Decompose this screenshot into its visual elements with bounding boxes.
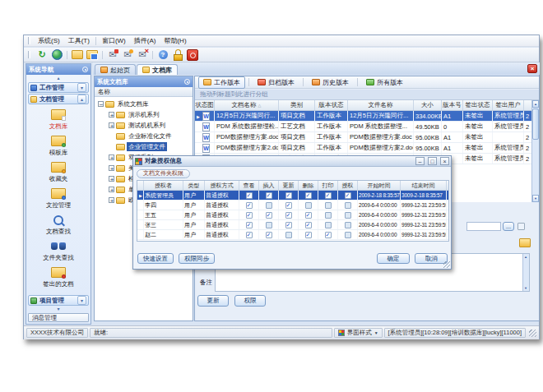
- insert-checkbox[interactable]: [266, 212, 272, 219]
- quick-set-button[interactable]: 快速设置: [137, 253, 174, 264]
- sidebar-item-folder-search[interactable]: 文件夹查找: [26, 239, 90, 262]
- update-checkbox[interactable]: [285, 232, 292, 238]
- menu-window[interactable]: 窗口(W): [98, 35, 130, 46]
- column-header-version-state[interactable]: 版本状态: [315, 100, 348, 110]
- tab-folder-permissions[interactable]: 文档文件夹权限: [137, 169, 190, 178]
- group-expand-button[interactable]: [77, 83, 86, 92]
- insert-checkbox[interactable]: [266, 192, 272, 199]
- permission-sync-button[interactable]: 权限同步: [179, 253, 215, 264]
- column-header-grant[interactable]: 授权: [338, 181, 358, 190]
- view-checkbox[interactable]: [246, 202, 253, 209]
- sidebar-group-doc[interactable]: 文档管理: [28, 94, 89, 104]
- table-row[interactable]: W 12月5日万兴隆同行... 项目文档 工作版本 12月5日万兴隆同行... …: [195, 111, 533, 122]
- view-checkbox[interactable]: [246, 222, 253, 228]
- column-header-print[interactable]: 打印: [318, 181, 338, 190]
- history-version-button[interactable]: 历史版本: [307, 76, 354, 89]
- sidebar-item-document-library[interactable]: 文档库: [26, 108, 90, 131]
- menu-plugins[interactable]: 插件(A): [130, 35, 160, 46]
- grant-checkbox[interactable]: [345, 232, 351, 238]
- sidebar-group-work[interactable]: 工作管理: [28, 82, 89, 93]
- tree-node[interactable]: 演示机系列: [95, 109, 193, 120]
- scroll-down-arrow[interactable]: [532, 195, 539, 202]
- resize-grip[interactable]: [529, 330, 536, 337]
- column-header-start-time[interactable]: 开始时间: [358, 181, 401, 190]
- column-header-status[interactable]: 状态图: [195, 100, 215, 110]
- insert-checkbox[interactable]: [266, 202, 272, 209]
- mail-delete-icon[interactable]: [136, 48, 149, 61]
- permission-button[interactable]: 权限: [234, 295, 266, 307]
- view-checkbox[interactable]: [246, 192, 253, 199]
- print-checkbox[interactable]: [325, 232, 332, 238]
- column-header-update[interactable]: 更新: [279, 181, 299, 190]
- globe-icon[interactable]: [50, 48, 63, 61]
- pin-icon[interactable]: [184, 79, 190, 85]
- tree-expander-icon[interactable]: [109, 187, 114, 192]
- group-collapse-button[interactable]: [77, 95, 86, 104]
- ui-style-panel[interactable]: 界面样式: [334, 328, 383, 338]
- sync-icon[interactable]: [35, 48, 49, 61]
- tree-expander-icon[interactable]: [109, 165, 114, 171]
- minimize-button[interactable]: [415, 157, 425, 165]
- column-header-end-time[interactable]: 结束时间: [401, 181, 447, 190]
- all-versions-button[interactable]: 所有版本: [361, 76, 408, 89]
- grant-checkbox[interactable]: [345, 222, 351, 228]
- table-row[interactable]: W PDM 系统数据整理检... 工艺文档 工作版本 PDM 系统数据整理...…: [195, 122, 533, 132]
- table-row[interactable]: W PDM数据整理方案.doc 项目文档 工作版本 PDM数据整理方案.doc …: [195, 132, 533, 143]
- dialog-title-bar[interactable]: 对象授权信息: [133, 156, 451, 167]
- scroll-up-arrow[interactable]: [532, 100, 539, 108]
- cancel-button[interactable]: 取消: [415, 253, 448, 264]
- sidebar-item-doc-search[interactable]: 文档查找: [26, 213, 90, 236]
- sidebar-item-checked-out-docs[interactable]: 签出的文档: [26, 265, 90, 288]
- view-checkbox[interactable]: [246, 212, 253, 219]
- detail-checkbox[interactable]: [517, 223, 525, 230]
- permission-row[interactable]: 张三 用户 普通授权 2009-6-4 0:00:00 9999-12-31 2…: [137, 220, 448, 230]
- column-header-version-no[interactable]: 版本号: [442, 100, 463, 110]
- update-button[interactable]: 更新: [197, 295, 229, 307]
- open-folder-icon[interactable]: [71, 48, 84, 61]
- grant-checkbox[interactable]: [345, 212, 351, 219]
- exit-icon[interactable]: [186, 48, 199, 61]
- sidebar-item-message-management[interactable]: 消息管理: [28, 313, 89, 322]
- permission-row[interactable]: 赵二 用户 普通授权 2009-6-4 0:00:00 9999-12-31 2…: [137, 230, 448, 240]
- delete-checkbox[interactable]: [305, 222, 312, 228]
- close-button[interactable]: [440, 157, 449, 165]
- dialog-resize-grip[interactable]: [443, 261, 450, 268]
- grant-checkbox[interactable]: [345, 192, 351, 199]
- folder-computer-icon[interactable]: [86, 48, 99, 61]
- column-header-size[interactable]: 大小: [414, 100, 442, 110]
- delete-checkbox[interactable]: [305, 212, 312, 219]
- sidebar-collapse-strip[interactable]: [26, 75, 90, 81]
- archived-version-button[interactable]: 归档版本: [253, 76, 299, 89]
- permission-row[interactable]: 李四 用户 普通授权 2009-6-4 0:00:00 9999-12-31 2…: [137, 201, 448, 210]
- group-expand-button[interactable]: [77, 296, 86, 305]
- ellipsis-button[interactable]: ...: [503, 222, 514, 231]
- print-checkbox[interactable]: [325, 202, 332, 209]
- lock-icon[interactable]: [171, 48, 184, 61]
- close-tab-button[interactable]: [527, 64, 537, 73]
- grant-checkbox[interactable]: [345, 202, 351, 209]
- delete-checkbox[interactable]: [305, 192, 312, 199]
- insert-checkbox[interactable]: [266, 232, 272, 238]
- group-by-bar[interactable]: 拖动列标题到此进行分组: [195, 90, 539, 100]
- update-checkbox[interactable]: [285, 222, 292, 228]
- tree-expander-icon[interactable]: [109, 154, 114, 160]
- column-header-view[interactable]: 查看: [239, 181, 259, 190]
- column-header-grantee[interactable]: 授权者: [144, 181, 183, 190]
- column-header-type[interactable]: 类型: [183, 181, 205, 190]
- permission-row[interactable]: 王五 用户 普通授权 2009-6-4 0:00:00 9999-12-31 2…: [137, 210, 448, 220]
- tree-node[interactable]: 系统文档库: [95, 99, 193, 109]
- column-header-doc-name[interactable]: 文档名称△: [215, 100, 279, 110]
- print-checkbox[interactable]: [325, 222, 332, 228]
- vertical-scrollbar[interactable]: [531, 100, 539, 202]
- tree-expander-icon[interactable]: [109, 112, 114, 118]
- column-header-insert[interactable]: 插入: [259, 181, 279, 190]
- mail-at-icon[interactable]: [121, 48, 134, 61]
- update-checkbox[interactable]: [285, 192, 292, 199]
- update-checkbox[interactable]: [285, 212, 292, 219]
- table-row[interactable]: W PDM数据整理方案2.doc 项目文档 工作版本 PDM数据整理方案2.do…: [195, 143, 533, 154]
- tree-node[interactable]: 测试机机系列: [95, 120, 193, 131]
- working-version-button[interactable]: 工作版本: [198, 76, 245, 89]
- delete-checkbox[interactable]: [305, 202, 312, 209]
- tree-expander-icon[interactable]: [109, 176, 114, 182]
- ok-button[interactable]: 确定: [377, 253, 410, 264]
